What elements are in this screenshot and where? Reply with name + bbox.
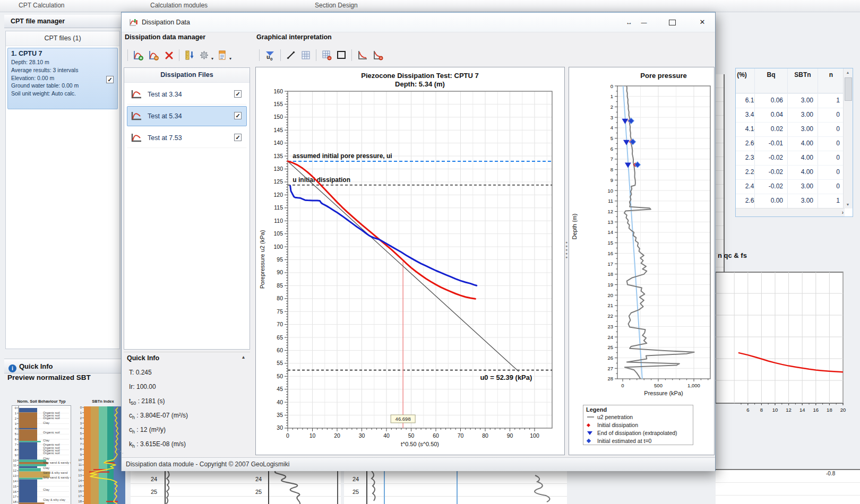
svg-text:40: 40	[383, 432, 390, 439]
svg-text:2: 2	[610, 104, 613, 110]
pore-pressure-panel[interactable]: 0123456789101112131415161718192021222324…	[569, 67, 715, 455]
table-cell: 4.00	[788, 151, 818, 165]
table-row[interactable]: 2.680.003.001	[736, 194, 853, 208]
svg-text:5: 5	[15, 432, 17, 436]
svg-text:150: 150	[273, 114, 283, 120]
cpt-file-item[interactable]: 1. CPTU 7 Depth: 28.10 m Average results…	[7, 48, 118, 109]
scroll-down-icon[interactable]	[844, 201, 852, 208]
svg-text:60: 60	[277, 347, 283, 353]
table-row[interactable]: 4.140.023.000	[736, 122, 853, 136]
svg-text:0: 0	[270, 57, 273, 61]
fit-curve-button[interactable]	[355, 48, 369, 62]
toolbar-separator	[259, 49, 260, 61]
soil-band	[19, 428, 37, 430]
legend-item: Initial estimated at t=0	[583, 437, 693, 445]
svg-text:90: 90	[277, 269, 283, 275]
delete-dissipation-test-button[interactable]	[162, 48, 176, 62]
cpt-file-checkbox[interactable]: ✓	[106, 76, 114, 83]
minimize-button[interactable]	[636, 16, 652, 28]
svg-text:6: 6	[610, 146, 613, 152]
dialog-title: Dissipation Data	[142, 13, 190, 32]
toolbar-separator	[179, 49, 179, 61]
table-header-[interactable]: (%)	[736, 68, 755, 93]
svg-text:500: 500	[654, 383, 663, 388]
table-row[interactable]: 2.26-0.024.000	[736, 165, 853, 179]
zoom-box-button[interactable]	[334, 48, 348, 62]
svg-text:26: 26	[607, 355, 613, 361]
sbt-chart-title: Norm. Soil Behaviour Typ	[11, 399, 72, 404]
dialog-quick-info-header[interactable]: Quick Info	[124, 352, 250, 364]
cpt-file-detail: Depth: 28.10 m	[11, 58, 114, 66]
svg-text:13: 13	[78, 474, 82, 477]
grid-remove-button[interactable]	[320, 48, 333, 62]
svg-text:17: 17	[13, 495, 16, 498]
table-cell: 2.66	[736, 137, 755, 151]
soil-label: Clay	[43, 466, 49, 470]
table-header-sbtn[interactable]: SBTn	[788, 68, 818, 93]
svg-text:11: 11	[608, 198, 613, 204]
svg-text:10: 10	[607, 188, 613, 194]
table-row[interactable]: 2.38-0.024.000	[736, 151, 853, 165]
add-dissipation-test-button[interactable]	[131, 48, 145, 62]
soil-band	[19, 460, 46, 462]
depth-sort-button[interactable]	[183, 48, 196, 62]
svg-text:7: 7	[80, 442, 82, 446]
svg-text:28: 28	[607, 376, 613, 381]
fit-curve-remove-button[interactable]	[371, 48, 385, 62]
u0-marker-tool-button[interactable]: u0	[263, 48, 277, 62]
svg-text:90: 90	[507, 432, 513, 439]
svg-text:0: 0	[621, 383, 624, 388]
table-cell: 2.68	[736, 194, 755, 208]
scrollbar-thumb[interactable]	[845, 77, 852, 101]
dissipation-file-label: Test at 3.34	[148, 85, 182, 104]
dissipation-file-item[interactable]: Test at 3.34✓	[127, 84, 247, 105]
line-tool-button[interactable]	[284, 48, 298, 62]
scroll-up-icon[interactable]	[844, 68, 852, 76]
resize-icon[interactable]	[621, 16, 637, 28]
svg-text:70: 70	[458, 432, 464, 439]
maximize-button[interactable]	[664, 16, 680, 28]
svg-text:8: 8	[760, 407, 763, 413]
u0-annotation: u0 = 52.39 (kPa)	[480, 373, 532, 381]
settings-dropdown-button[interactable]	[197, 48, 214, 62]
quick-info-row: ch : 12 (m²/y)	[124, 423, 250, 437]
report-dropdown-button[interactable]	[216, 48, 233, 62]
svg-text:140: 140	[273, 140, 283, 146]
table-row[interactable]: 3.410.043.000	[736, 108, 853, 122]
dissipation-curve-icon	[131, 111, 142, 123]
table-header-bq[interactable]: Bq	[755, 68, 788, 93]
tab-section-design[interactable]: Section Design	[315, 2, 358, 9]
table-vertical-scrollbar[interactable]	[843, 68, 853, 208]
square-outline-icon	[336, 49, 347, 61]
pore-pressure-legend: Legend u2 penetrationInitial dissipation…	[583, 405, 693, 445]
panel-splitter[interactable]: ●●●●●	[565, 240, 568, 272]
close-button[interactable]	[694, 16, 710, 28]
import-dissipation-test-button[interactable]	[147, 48, 161, 62]
table-horizontal-scrollbar[interactable]	[736, 208, 845, 216]
svg-text:60: 60	[433, 432, 439, 439]
data-grid-button[interactable]	[299, 48, 313, 62]
table-header-n[interactable]: n	[818, 68, 845, 93]
svg-text:15: 15	[607, 240, 613, 246]
results-table[interactable]: (%)BqSBTnn6.160.063.0013.410.043.0004.14…	[735, 68, 853, 217]
tab-cpt-calculation[interactable]: CPT Calculation	[19, 2, 64, 9]
t50-value-label: 46.698	[395, 416, 411, 422]
svg-text:10: 10	[78, 458, 82, 462]
collapse-icon[interactable]	[242, 354, 245, 360]
dissipation-file-checkbox[interactable]: ✓	[234, 134, 242, 141]
end-of-dissipation-marker	[625, 162, 631, 168]
dissipation-file-checkbox[interactable]: ✓	[234, 90, 242, 98]
table-row[interactable]: 2.41-0.023.000	[736, 179, 853, 194]
table-row[interactable]: 2.66-0.014.000	[736, 136, 853, 151]
cpt-file-detail: Soil unit weight: Auto calc.	[11, 90, 114, 98]
dialog-titlebar[interactable]: Dissipation Data	[122, 12, 715, 32]
tab-calculation-modules[interactable]: Calculation modules	[150, 2, 208, 9]
dissipation-file-checkbox[interactable]: ✓	[234, 112, 242, 119]
table-row[interactable]: 6.160.063.001	[736, 93, 853, 108]
dissipation-chart-panel[interactable]: 3035404550556065707580859095100105110115…	[255, 67, 565, 455]
scroll-right-icon[interactable]	[842, 208, 844, 216]
u-init-annotation: u initial dissipation	[293, 176, 350, 184]
svg-text:22: 22	[607, 313, 613, 319]
dissipation-file-item[interactable]: Test at 7.53✓	[127, 128, 247, 148]
dissipation-file-item[interactable]: Test at 5.34✓	[127, 106, 247, 126]
